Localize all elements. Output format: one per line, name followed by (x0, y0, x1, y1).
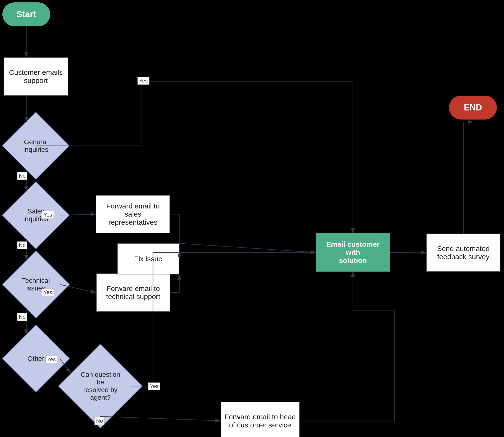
technical-issues-node: Technicalissues (2, 251, 70, 318)
feedback-survey-label: Send automatedfeedback survey (437, 245, 490, 261)
svg-line-15 (390, 252, 426, 253)
label-resolve-no: No (94, 417, 105, 425)
feedback-survey-node: Send automatedfeedback survey (426, 234, 500, 272)
sales-inquiries-node: Salesinquiries (2, 181, 70, 249)
can-resolve-label: Can question beresolved by agent? (79, 371, 122, 401)
email-customer-node: Email customer withsolution (316, 233, 390, 272)
label-resolve-yes: Yes (148, 382, 160, 390)
general-inquiries-node: Generalinquiries (2, 112, 70, 180)
start-label: Start (17, 9, 36, 19)
customer-emails-label: Customer emailssupport (9, 68, 63, 85)
fix-issue-label: Fix issue (134, 255, 162, 263)
label-sales-no: No (17, 241, 27, 249)
label-tech-yes: Yes (42, 288, 54, 296)
label-general-yes: Yes (138, 77, 149, 85)
other-node: Other (2, 325, 70, 393)
label-sales-yes: Yes (42, 211, 54, 219)
end-node: END (449, 96, 497, 119)
forward-sales-node: Forward email to salesrepresentatives (96, 195, 170, 233)
label-other-yes: Yes (45, 356, 57, 363)
end-label: END (464, 103, 482, 113)
can-resolve-node: Can question beresolved by agent? (58, 344, 143, 428)
forward-tech-label: Forward email totechnical support (106, 285, 160, 301)
forward-head-node: Forward email to headof customer service (221, 402, 300, 437)
general-inquiries-label: Generalinquiries (23, 138, 48, 153)
svg-line-7 (100, 417, 221, 421)
svg-line-14 (179, 243, 316, 252)
email-customer-label: Email customer withsolution (318, 240, 387, 265)
forward-head-label: Forward email to headof customer service (225, 413, 296, 429)
customer-emails-node: Customer emailssupport (4, 57, 68, 96)
other-label: Other (28, 355, 44, 362)
forward-sales-label: Forward email to salesrepresentatives (99, 202, 167, 226)
fix-issue-node: Fix issue (117, 243, 179, 274)
forward-tech-node: Forward email totechnical support (96, 273, 170, 312)
label-general-no: No (17, 172, 27, 180)
label-tech-no: No (17, 313, 27, 321)
start-node: Start (2, 2, 50, 26)
